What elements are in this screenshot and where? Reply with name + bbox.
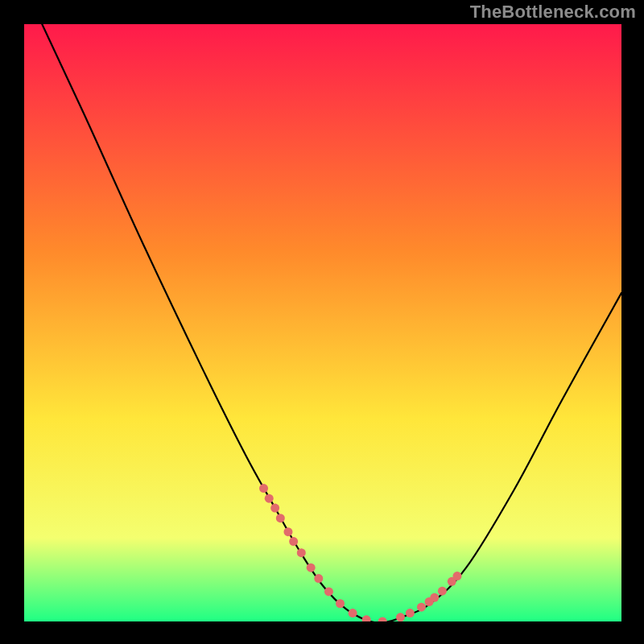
marker-dot <box>349 609 357 617</box>
marker-dot <box>289 537 298 546</box>
marker-dot <box>297 548 306 557</box>
marker-group <box>259 484 461 621</box>
marker-dot <box>438 587 447 596</box>
marker-dot <box>406 609 415 617</box>
chart-stage: TheBottleneck.com <box>0 0 644 644</box>
marker-dot <box>324 587 333 596</box>
marker-dot <box>417 603 426 612</box>
marker-dot <box>276 514 285 522</box>
watermark-text: TheBottleneck.com <box>470 2 636 23</box>
marker-dot <box>378 617 387 622</box>
bottleneck-curve <box>42 24 621 621</box>
marker-dot <box>314 574 323 583</box>
marker-dot <box>362 615 371 621</box>
marker-dot <box>430 593 439 602</box>
chart-svg <box>24 24 621 621</box>
marker-dot <box>396 613 405 621</box>
marker-dot <box>283 527 292 536</box>
marker-dot <box>336 599 345 608</box>
marker-dot <box>307 564 316 572</box>
marker-dot <box>265 494 274 503</box>
marker-dot <box>259 484 268 493</box>
marker-dot <box>270 504 279 513</box>
plot-area <box>24 24 621 621</box>
marker-dot <box>452 572 461 580</box>
